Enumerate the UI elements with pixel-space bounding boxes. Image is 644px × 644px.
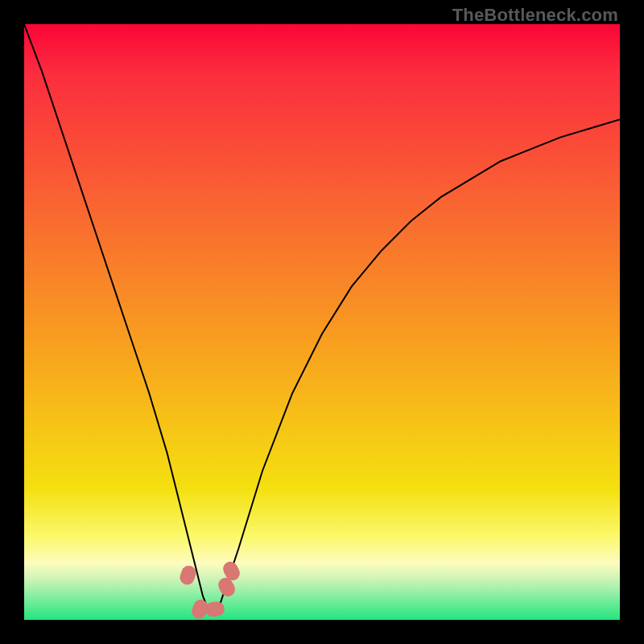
curve-markers	[178, 559, 242, 620]
watermark-text: TheBottleneck.com	[452, 5, 618, 26]
chart-frame	[24, 24, 620, 620]
curve-marker	[204, 601, 225, 617]
bottleneck-curve	[24, 24, 620, 611]
chart-svg	[24, 24, 620, 620]
